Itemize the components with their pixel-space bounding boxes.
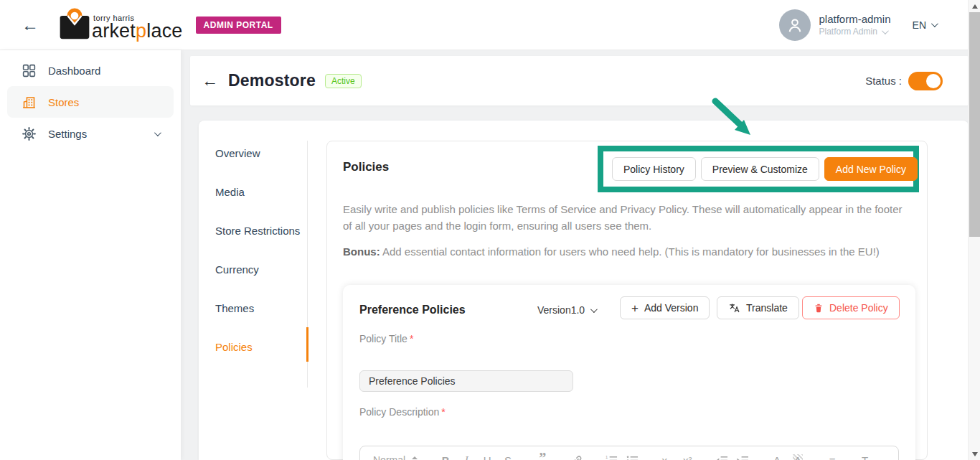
- sidebar-item-stores[interactable]: Stores: [7, 86, 174, 118]
- admin-portal-badge: ADMIN PORTAL: [196, 17, 281, 34]
- policies-bonus-note: Bonus: Add essential contact information…: [343, 245, 911, 258]
- annotation-highlight-box: Policy History Preview & Customize Add N…: [598, 146, 919, 192]
- sidebar-item-label: Settings: [48, 128, 87, 140]
- brand-wordmark: arketplace: [92, 22, 183, 39]
- store-nav-currency[interactable]: Currency: [215, 263, 259, 276]
- link-icon[interactable]: [570, 454, 583, 460]
- store-header-bar: ← Demostore Active Status :: [190, 56, 969, 105]
- store-nav-store-restrictions[interactable]: Store Restrictions: [215, 225, 300, 237]
- store-nav-themes[interactable]: Themes: [215, 302, 254, 314]
- scroll-down-button[interactable]: [969, 448, 980, 460]
- policies-heading: Policies: [343, 160, 389, 174]
- top-header: ← torry harris arketplace ADMIN PORTAL p: [0, 0, 968, 50]
- preference-policy-card: Preference Policies Version1.0 + Add Ver…: [343, 285, 915, 460]
- sidebar-item-dashboard[interactable]: Dashboard: [7, 55, 174, 86]
- superscript-icon[interactable]: x²: [681, 454, 694, 460]
- plus-icon: +: [631, 302, 639, 314]
- add-version-button[interactable]: + Add Version: [620, 296, 710, 319]
- vertical-scrollbar[interactable]: [968, 0, 980, 460]
- store-status-badge: Active: [325, 74, 362, 88]
- strikethrough-icon[interactable]: S: [501, 454, 514, 460]
- policy-description-label: Policy Description*: [359, 406, 446, 418]
- brand-logo: torry harris arketplace: [56, 8, 183, 42]
- updown-arrows-icon: [412, 456, 418, 460]
- language-dropdown[interactable]: EN: [913, 19, 936, 31]
- version-dropdown[interactable]: Version1.0: [537, 304, 595, 316]
- highlight-icon[interactable]: A: [791, 454, 804, 460]
- store-status-toggle[interactable]: [908, 72, 943, 90]
- scrollbar-thumb[interactable]: [969, 12, 980, 237]
- horizontal-rule-icon[interactable]: =: [826, 454, 839, 460]
- store-building-icon: [22, 95, 37, 110]
- chevron-down-icon: [931, 20, 938, 27]
- underline-icon[interactable]: U: [481, 454, 494, 460]
- policies-description: Easily write and publish policies like T…: [343, 201, 911, 234]
- scroll-up-button[interactable]: [969, 0, 980, 12]
- triangle-down-icon: [972, 452, 978, 456]
- active-nav-indicator: [306, 327, 308, 362]
- ordered-list-icon[interactable]: 1 2: [605, 454, 618, 460]
- indent-icon[interactable]: [736, 454, 749, 460]
- policy-title-input[interactable]: [359, 370, 573, 392]
- sidebar-item-label: Dashboard: [48, 65, 100, 77]
- sidebar-item-label: Stores: [48, 96, 79, 108]
- status-label: Status :: [865, 75, 902, 87]
- delete-policy-button[interactable]: Delete Policy: [802, 296, 900, 319]
- store-nav-overview[interactable]: Overview: [215, 147, 260, 159]
- trash-icon: [814, 303, 824, 314]
- translate-button[interactable]: Translate: [717, 296, 799, 319]
- sidebar-item-settings[interactable]: Settings: [7, 118, 174, 149]
- policy-card-title: Preference Policies: [359, 304, 466, 316]
- svg-text:1: 1: [606, 455, 608, 459]
- text-color-icon[interactable]: A: [771, 454, 783, 460]
- person-icon: [786, 16, 804, 34]
- store-nav-policies[interactable]: Policies: [215, 341, 253, 353]
- store-back-arrow-icon[interactable]: ←: [202, 72, 218, 89]
- store-nav-media[interactable]: Media: [215, 186, 245, 198]
- paragraph-format-dropdown[interactable]: Normal: [373, 454, 418, 460]
- user-role-dropdown[interactable]: Platform Admin: [819, 27, 891, 37]
- gear-icon: [22, 126, 37, 141]
- policy-description-editor: Normal B I U S ”: [359, 446, 899, 460]
- policy-history-button[interactable]: Policy History: [612, 157, 696, 181]
- chevron-down-icon: [590, 306, 598, 313]
- bold-icon[interactable]: B: [439, 454, 452, 460]
- preview-customize-button[interactable]: Preview & Customize: [701, 157, 819, 181]
- add-new-policy-button[interactable]: Add New Policy: [824, 157, 918, 181]
- clear-format-icon[interactable]: Tₓ: [860, 454, 873, 460]
- subscript-icon[interactable]: x₂: [660, 454, 673, 460]
- header-back-arrow-icon[interactable]: ←: [22, 17, 39, 34]
- policy-title-label: Policy Title*: [359, 333, 413, 344]
- chevron-down-icon: [154, 129, 161, 136]
- store-title: Demostore: [228, 71, 316, 90]
- chevron-down-icon: [882, 27, 889, 34]
- user-avatar[interactable]: [779, 9, 811, 41]
- translate-icon: [728, 302, 740, 314]
- blockquote-icon[interactable]: ”: [536, 454, 549, 460]
- bullet-list-icon[interactable]: [626, 454, 639, 460]
- sidebar: Dashboard Stores: [0, 50, 181, 460]
- italic-icon[interactable]: I: [460, 454, 473, 460]
- app-root: ← torry harris arketplace ADMIN PORTAL p: [0, 0, 980, 460]
- required-marker: *: [441, 406, 445, 418]
- user-name: platform-admin: [819, 13, 891, 25]
- outdent-icon[interactable]: [715, 454, 728, 460]
- dashboard-grid-icon: [22, 63, 37, 78]
- triangle-up-icon: [972, 4, 978, 9]
- required-marker: *: [410, 333, 413, 344]
- marketplace-logo-icon: [56, 8, 93, 42]
